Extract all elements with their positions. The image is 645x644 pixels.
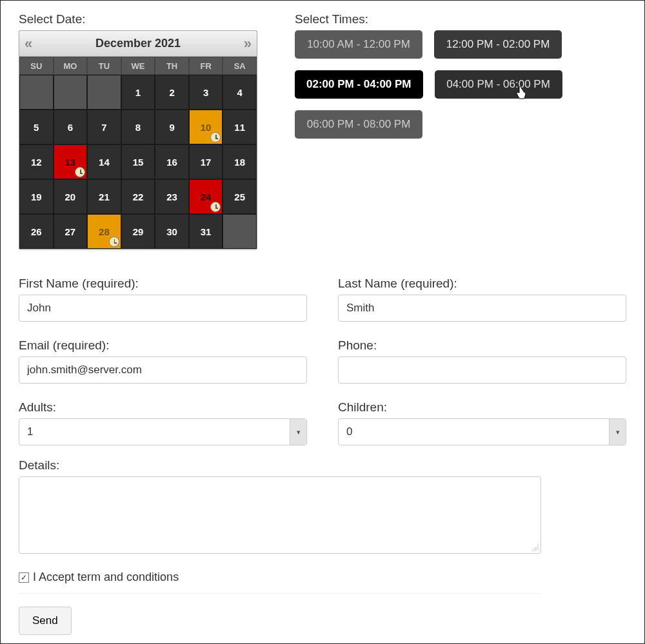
adults-label: Adults: [19, 400, 307, 415]
calendar-day-9[interactable]: 9 [155, 110, 189, 144]
time-slot-4[interactable]: 06:00 PM - 08:00 PM [295, 110, 422, 139]
calendar-day-31[interactable]: 31 [189, 214, 223, 249]
calendar-day-18[interactable]: 18 [223, 144, 257, 179]
last-name-input[interactable] [338, 295, 626, 322]
calendar-day-17[interactable]: 17 [189, 144, 223, 179]
clock-icon [109, 237, 119, 247]
details-label: Details: [19, 458, 626, 473]
first-name-label: First Name (required): [19, 277, 307, 291]
select-times-label: Select Times: [295, 12, 626, 26]
calendar: « December 2021 » SUMOTUWETHFRSA12345678… [19, 30, 257, 249]
clock-icon [210, 132, 221, 142]
calendar-next-icon[interactable]: » [244, 35, 252, 52]
calendar-day-30[interactable]: 30 [155, 214, 189, 249]
calendar-day-21[interactable]: 21 [87, 179, 121, 214]
last-name-label: Last Name (required): [338, 277, 626, 291]
calendar-day-11[interactable]: 11 [223, 110, 257, 144]
calendar-day-24[interactable]: 24 [189, 179, 223, 214]
calendar-day-27[interactable]: 27 [54, 214, 88, 249]
adults-select[interactable] [19, 418, 307, 445]
calendar-dow-mo: MO [54, 57, 88, 75]
calendar-day-13[interactable]: 13 [54, 144, 88, 179]
clock-icon [210, 202, 221, 212]
children-label: Children: [338, 400, 626, 415]
calendar-day-12[interactable]: 12 [19, 144, 54, 179]
clock-icon [75, 167, 85, 177]
calendar-dow-th: TH [155, 57, 189, 75]
phone-label: Phone: [338, 338, 626, 353]
calendar-day-15[interactable]: 15 [121, 144, 155, 179]
select-date-label: Select Date: [19, 12, 277, 26]
calendar-day-7[interactable]: 7 [87, 110, 121, 144]
calendar-day-16[interactable]: 16 [155, 144, 189, 179]
calendar-day-22[interactable]: 22 [121, 179, 155, 214]
time-slot-0[interactable]: 10:00 AM - 12:00 PM [295, 30, 422, 59]
chevron-down-icon[interactable]: ▾ [290, 419, 306, 445]
calendar-empty-cell [19, 75, 54, 110]
calendar-dow-sa: SA [223, 57, 257, 75]
calendar-day-20[interactable]: 20 [54, 179, 88, 214]
time-slot-1[interactable]: 12:00 PM - 02:00 PM [434, 30, 562, 59]
calendar-day-28[interactable]: 28 [87, 214, 121, 249]
calendar-dow-fr: FR [189, 57, 223, 75]
calendar-day-29[interactable]: 29 [121, 214, 155, 249]
terms-checkbox[interactable]: ✓ [19, 572, 29, 583]
calendar-dow-we: WE [121, 57, 155, 75]
time-slot-3[interactable]: 04:00 PM - 06:00 PM [435, 70, 562, 99]
calendar-day-2[interactable]: 2 [155, 75, 189, 110]
send-button[interactable]: Send [19, 607, 72, 635]
phone-input[interactable] [338, 356, 626, 384]
calendar-day-3[interactable]: 3 [189, 75, 223, 110]
calendar-empty-cell [54, 75, 88, 110]
chevron-down-icon[interactable]: ▾ [609, 419, 626, 445]
calendar-dow-tu: TU [87, 57, 121, 75]
email-label: Email (required): [19, 338, 307, 353]
calendar-day-23[interactable]: 23 [155, 179, 189, 214]
email-input[interactable] [19, 356, 307, 384]
details-textarea[interactable] [19, 476, 541, 554]
calendar-day-25[interactable]: 25 [223, 179, 257, 214]
calendar-day-10[interactable]: 10 [189, 110, 223, 144]
time-slot-2[interactable]: 02:00 PM - 04:00 PM [295, 70, 423, 99]
calendar-empty-cell [87, 75, 121, 110]
calendar-day-26[interactable]: 26 [19, 214, 54, 249]
calendar-title: December 2021 [95, 37, 181, 50]
terms-label: I Accept term and conditions [33, 571, 179, 584]
calendar-day-8[interactable]: 8 [121, 110, 155, 144]
calendar-empty-cell [223, 214, 257, 249]
first-name-input[interactable] [19, 295, 307, 322]
calendar-dow-su: SU [19, 57, 54, 75]
children-select[interactable] [338, 418, 626, 445]
calendar-day-14[interactable]: 14 [87, 144, 121, 179]
calendar-day-5[interactable]: 5 [19, 110, 54, 144]
calendar-day-1[interactable]: 1 [121, 75, 155, 110]
calendar-day-4[interactable]: 4 [223, 75, 257, 110]
calendar-day-6[interactable]: 6 [54, 110, 88, 144]
calendar-day-19[interactable]: 19 [19, 179, 54, 214]
calendar-prev-icon[interactable]: « [25, 35, 32, 52]
